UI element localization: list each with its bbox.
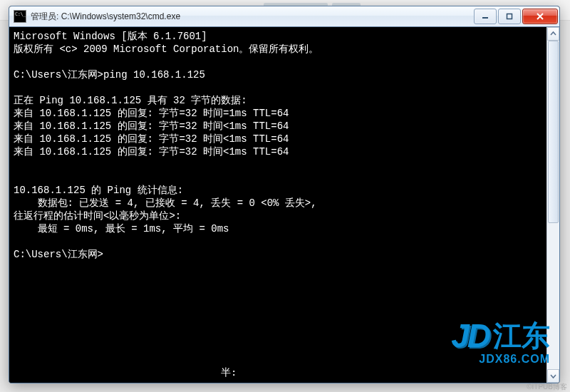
- scroll-thumb[interactable]: [548, 41, 559, 223]
- terminal-line: [14, 171, 542, 184]
- chevron-down-icon: [550, 373, 556, 379]
- terminal-line: 版权所有 <c> 2009 Microsoft Corporation。保留所有…: [14, 43, 542, 56]
- close-button[interactable]: [522, 9, 558, 24]
- terminal-line: Microsoft Windows [版本 6.1.7601]: [14, 30, 542, 43]
- stray-text: 半:: [221, 366, 237, 379]
- credit-text: ©ITPUB博客: [527, 383, 567, 391]
- minimize-button[interactable]: [474, 9, 497, 24]
- terminal-line: 数据包: 已发送 = 4, 已接收 = 4, 丢失 = 0 <0% 丢失>,: [14, 197, 542, 210]
- terminal-line: 往返行程的估计时间<以毫秒为单位>:: [14, 210, 542, 222]
- titlebar[interactable]: 管理员: C:\Windows\system32\cmd.exe: [9, 6, 559, 27]
- svg-rect-0: [507, 14, 512, 19]
- chevron-up-icon: [550, 31, 556, 37]
- scroll-track[interactable]: [547, 41, 559, 369]
- maximize-icon: [506, 13, 513, 20]
- terminal-line: 来自 10.168.1.125 的回复: 字节=32 时间<1ms TTL=64: [14, 120, 542, 133]
- terminal-line: 来自 10.168.1.125 的回复: 字节=32 时间<1ms TTL=64: [14, 145, 542, 158]
- maximize-button[interactable]: [498, 9, 521, 24]
- window-controls: [472, 9, 558, 24]
- terminal-line: 最短 = 0ms, 最长 = 1ms, 平均 = 0ms: [14, 222, 542, 235]
- terminal-line: [14, 235, 542, 248]
- window-title: 管理员: C:\Windows\system32\cmd.exe: [31, 11, 472, 23]
- terminal-line: 10.168.1.125 的 Ping 统计信息:: [14, 184, 542, 197]
- client-area: Microsoft Windows [版本 6.1.7601]版权所有 <c> …: [9, 27, 559, 383]
- cmd-icon: [14, 10, 26, 23]
- terminal-line: [14, 158, 542, 171]
- vertical-scrollbar[interactable]: [546, 27, 559, 383]
- terminal-line: [14, 56, 542, 68]
- cmd-window: 管理员: C:\Windows\system32\cmd.exe Microso…: [9, 6, 560, 383]
- terminal-line: 来自 10.168.1.125 的回复: 字节=32 时间<1ms TTL=64: [14, 133, 542, 145]
- terminal-line: [14, 81, 542, 94]
- terminal-line: 来自 10.168.1.125 的回复: 字节=32 时间=1ms TTL=64: [14, 107, 542, 120]
- terminal-output[interactable]: Microsoft Windows [版本 6.1.7601]版权所有 <c> …: [9, 27, 546, 383]
- terminal-line: C:\Users\江东网>ping 10.168.1.125: [14, 68, 542, 81]
- terminal-line: 正在 Ping 10.168.1.125 具有 32 字节的数据:: [14, 94, 542, 107]
- scroll-down-button[interactable]: [547, 369, 559, 383]
- close-icon: [536, 13, 544, 20]
- minimize-icon: [482, 13, 489, 20]
- terminal-line: C:\Users\江东网>: [14, 248, 542, 261]
- scroll-up-button[interactable]: [547, 27, 559, 41]
